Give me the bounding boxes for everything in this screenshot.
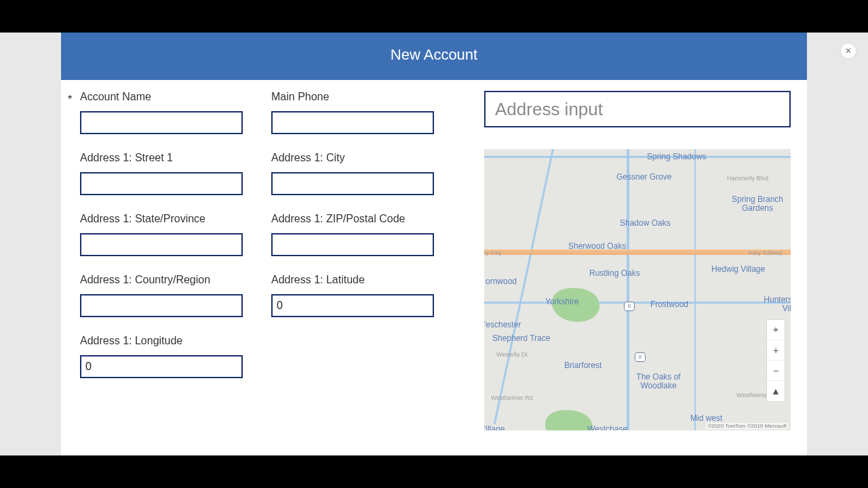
map-place-label: Frostwood [650, 300, 688, 309]
map-place-label: 'eschester [484, 320, 521, 329]
account-name-label: Account Name [80, 91, 243, 103]
field-main-phone: Main Phone [271, 91, 434, 134]
close-icon[interactable]: ✕ [841, 43, 856, 58]
map-road [484, 302, 791, 304]
map-place-label: The Oaks of Woodlake [628, 373, 689, 390]
field-city: Address 1: City [271, 152, 434, 195]
field-country: Address 1: Country/Region [80, 274, 243, 317]
map-place-label: 'illage [484, 424, 505, 430]
map-place-label: Hedwig Village [711, 264, 765, 274]
letterbox-bottom [0, 455, 868, 488]
map-place-label: Yorkshire [545, 297, 579, 306]
map-place-label: Gessner Grove [616, 172, 671, 182]
map-park [545, 410, 593, 430]
map-layers-button[interactable]: ▲ [767, 381, 785, 401]
map-road-label: Katy Tollway [749, 249, 783, 256]
map-place-label: Westchase [587, 424, 627, 430]
map-place-label: Sherwood Oaks [568, 241, 626, 251]
map-zoom-out-button[interactable]: − [767, 361, 785, 381]
account-name-input[interactable] [80, 111, 243, 134]
street1-label: Address 1: Street 1 [80, 152, 243, 164]
map-pane: 8 8 Spring ShadowsGessner GroveSpring Br… [484, 91, 791, 455]
field-state: Address 1: State/Province [80, 213, 243, 256]
map-road-label: ty Fwy [484, 249, 502, 256]
map-road-label: Hammerly Blvd [727, 175, 768, 182]
form-column-right: Main Phone Address 1: City Address 1: ZI… [271, 91, 434, 455]
letterbox-top [0, 0, 868, 33]
field-longitude: Address 1: Longitude [80, 335, 243, 378]
map-locate-button[interactable]: ⌖ [767, 320, 785, 340]
state-input[interactable] [80, 233, 243, 256]
latitude-input[interactable] [271, 294, 434, 317]
zip-label: Address 1: ZIP/Postal Code [271, 213, 434, 225]
map-controls: ⌖ + − ▲ [766, 319, 785, 402]
required-marker: * [68, 91, 80, 455]
map-place-label: Hunters Creek Villa [760, 296, 791, 313]
form-column-left: Account Name Address 1: Street 1 Address… [80, 91, 243, 455]
main-phone-input[interactable] [271, 111, 434, 134]
longitude-label: Address 1: Longitude [80, 335, 243, 347]
form-area: Account Name Address 1: Street 1 Address… [80, 91, 434, 455]
map-place-label: Spring Branch Gardens [727, 195, 788, 213]
map-road [494, 149, 554, 424]
route-shield-icon: 8 [624, 302, 635, 311]
map-road-label: Westheimer Rd [491, 394, 533, 401]
field-account-name: Account Name [80, 91, 243, 134]
dialog-header: New Account [61, 33, 807, 80]
dialog-body: * Account Name Address 1: Street 1 Addre… [61, 80, 807, 455]
map-place-label: Shepherd Trace [492, 333, 550, 343]
map-road [484, 156, 791, 158]
street1-input[interactable] [80, 172, 243, 195]
new-account-dialog: New Account * Account Name Address 1: St… [61, 33, 807, 455]
latitude-label: Address 1: Latitude [271, 274, 434, 286]
city-input[interactable] [271, 172, 434, 195]
map-place-label: Mid west [690, 413, 722, 423]
state-label: Address 1: State/Province [80, 213, 243, 225]
map-place-label: ornwood [486, 277, 517, 286]
main-phone-label: Main Phone [271, 91, 434, 103]
map-canvas[interactable]: 8 8 Spring ShadowsGessner GroveSpring Br… [484, 149, 791, 430]
longitude-input[interactable] [80, 355, 243, 378]
map-highway [484, 249, 791, 255]
address-search-input[interactable] [484, 91, 791, 127]
map-road-label: Westella Dt [496, 351, 528, 358]
route-shield-icon: 8 [635, 352, 646, 362]
viewport: ✕ New Account * Account Name Address 1: … [0, 33, 868, 455]
field-street1: Address 1: Street 1 [80, 152, 243, 195]
country-label: Address 1: Country/Region [80, 274, 243, 286]
dialog-title: New Account [391, 46, 477, 63]
country-input[interactable] [80, 294, 243, 317]
map-road [694, 149, 696, 430]
map-place-label: Rustling Oaks [589, 268, 640, 278]
map-place-label: Shadow Oaks [620, 218, 671, 228]
zip-input[interactable] [271, 233, 434, 256]
map-place-label: Spring Shadows [647, 152, 706, 161]
field-latitude: Address 1: Latitude [271, 274, 434, 317]
map-zoom-in-button[interactable]: + [767, 340, 785, 361]
city-label: Address 1: City [271, 152, 434, 164]
map-place-label: Briarforest [564, 361, 601, 370]
field-zip: Address 1: ZIP/Postal Code [271, 213, 434, 256]
map-attribution: ©2020 TomTom ©2019 Microsoft [706, 423, 788, 429]
